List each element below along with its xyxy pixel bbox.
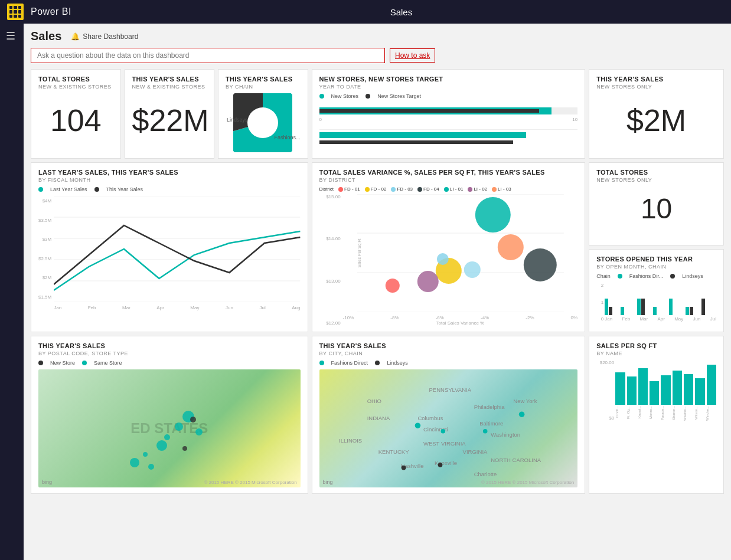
card-total-stores[interactable]: Total Stores NEW & EXISTING STORES 104 bbox=[31, 69, 121, 159]
sqft-bars bbox=[615, 363, 716, 405]
postal-subtitle: BY POSTAL CODE, STORE TYPE bbox=[38, 351, 301, 356]
legend-dot-fashions bbox=[618, 274, 622, 279]
district-legend-label: District bbox=[319, 186, 334, 192]
bar-may bbox=[669, 299, 684, 315]
card-this-year-sales-new[interactable]: This Year's Sales NEW STORES ONLY $2M bbox=[589, 69, 724, 159]
sqft-chart-wrapper: $20.00 $0 bbox=[596, 360, 716, 421]
card-this-year-city[interactable]: This Year's Sales BY CITY, CHAIN Fashion… bbox=[312, 336, 586, 494]
bar-jun bbox=[686, 307, 700, 315]
city-title: This Year's Sales bbox=[319, 342, 578, 349]
hbar-fill-target-1 bbox=[319, 109, 539, 113]
city-map: OHIO PENNSYLVANIA New York INDIANA Colum… bbox=[319, 369, 578, 487]
opened-x-axis: Jan Feb Mar Apr May Jun Jul bbox=[605, 316, 716, 322]
legend-dot-last-year bbox=[38, 187, 43, 192]
this-year-sales-chain-title: This Year's Sales bbox=[226, 76, 301, 83]
hbar-axis: 0 10 bbox=[319, 117, 578, 122]
card-sales-sqft[interactable]: Sales Per Sq Ft BY NAME $20.00 $0 bbox=[589, 336, 724, 494]
total-stores-title: Total Stores bbox=[38, 76, 113, 83]
map-dot-5 bbox=[143, 452, 148, 457]
opened-bars bbox=[605, 283, 716, 315]
x-minus8: -8% bbox=[390, 315, 399, 320]
sqft-x-9: Winche... bbox=[706, 406, 716, 421]
district-li03: LI - 03 bbox=[492, 186, 511, 192]
svg-text:Philadelphia: Philadelphia bbox=[474, 404, 505, 410]
svg-text:Sales Per Sq Ft: Sales Per Sq Ft bbox=[357, 238, 361, 267]
city-copyright: © 2015 HERE © 2015 Microsoft Corporation bbox=[481, 480, 574, 485]
svg-point-20 bbox=[497, 234, 523, 260]
svg-text:Columbus: Columbus bbox=[417, 415, 443, 421]
postal-copyright: © 2015 HERE © 2015 Microsoft Corporation bbox=[204, 480, 296, 485]
svg-text:WEST VIRGINIA: WEST VIRGINIA bbox=[423, 440, 466, 447]
pie-chart-container: Lindseys Fashions... bbox=[226, 93, 301, 152]
card-this-year-sales-chain[interactable]: This Year's Sales BY CHAIN Lindseys Fash… bbox=[218, 69, 308, 159]
last-year-sales-title: Last Year's Sales, This Year's Sales bbox=[38, 169, 301, 176]
card-total-variance[interactable]: Total Sales Variance %, Sales Per Sq Ft,… bbox=[312, 162, 586, 332]
new-stores-legend: New Stores New Stores Target bbox=[319, 93, 578, 99]
svg-text:ILLINOIS: ILLINOIS bbox=[339, 437, 362, 444]
card-total-stores-new[interactable]: Total Stores NEW STORES ONLY 10 bbox=[589, 162, 724, 245]
card-this-year-sales-ne[interactable]: This Year's Sales NEW & EXISTING STORES … bbox=[125, 69, 215, 159]
this-year-sales-chain-subtitle: BY CHAIN bbox=[226, 84, 301, 90]
sqft-bar-3 bbox=[638, 368, 648, 405]
x-minus2: -2% bbox=[526, 315, 534, 320]
card-stores-opened[interactable]: Stores Opened This Year BY OPEN MONTH, C… bbox=[589, 249, 724, 332]
line-chart-wrapper: $4M $3.5M $3M $2.5M $2M $1.5M bbox=[38, 196, 301, 310]
y-label-25m: $2.5M bbox=[38, 256, 51, 261]
card-this-year-postal[interactable]: This Year's Sales BY POSTAL CODE, STORE … bbox=[31, 336, 308, 494]
city-legend-lindseys: Lindseys bbox=[387, 360, 408, 366]
sqft-y-axis: $20.00 $0 bbox=[596, 360, 614, 421]
bar-jul bbox=[701, 299, 716, 315]
pie-chart bbox=[233, 93, 292, 152]
city-legend-lindseys-dot bbox=[375, 361, 380, 365]
postal-map: ED STATES bing © 2015 HERE © 2015 Micros… bbox=[38, 369, 301, 487]
chain-label: Chain bbox=[596, 273, 611, 279]
bar-jan bbox=[605, 299, 619, 315]
district-fd03: FD - 03 bbox=[391, 186, 413, 192]
svg-point-2 bbox=[247, 107, 278, 138]
svg-point-21 bbox=[464, 261, 480, 278]
new-stores-bars: 0 10 bbox=[319, 103, 578, 127]
svg-text:OHIO: OHIO bbox=[367, 398, 381, 404]
card-new-stores-target[interactable]: New Stores, New Stores Target YEAR TO DA… bbox=[312, 69, 586, 159]
sqft-bar-5 bbox=[661, 375, 670, 405]
scatter-plot-area: Sales Per Sq Ft bbox=[343, 194, 578, 326]
sqft-x-axis: Cinch... Ft. Og... Knowl... Monro... Par… bbox=[615, 406, 716, 421]
sqft-title: Sales Per Sq Ft bbox=[596, 342, 716, 349]
y-label-2m: $2M bbox=[38, 275, 51, 280]
y-label-35m: $3.5M bbox=[38, 218, 51, 223]
dashboard-grid: Total Stores NEW & EXISTING STORES 104 T… bbox=[31, 69, 724, 494]
sqft-x-3: Knowl... bbox=[638, 406, 648, 421]
x-minus10: -10% bbox=[343, 315, 354, 320]
stores-opened-chart-wrapper: 2 1 0 bbox=[596, 283, 716, 322]
svg-point-41 bbox=[438, 463, 442, 467]
x-apr: Apr bbox=[156, 305, 164, 310]
legend-label-last-year: Last Year Sales bbox=[50, 186, 87, 192]
sidebar-toggle[interactable]: ☰ bbox=[0, 24, 24, 48]
city-bing-logo: bing bbox=[323, 479, 333, 485]
card-last-year-sales[interactable]: Last Year's Sales, This Year's Sales BY … bbox=[31, 162, 308, 332]
district-fd04: FD - 04 bbox=[417, 186, 439, 192]
x-feb-opened: Feb bbox=[622, 316, 630, 322]
stores-opened-subtitle: BY OPEN MONTH, CHAIN bbox=[596, 264, 716, 270]
bar-jun-fashions bbox=[686, 307, 689, 315]
sqft-bar-8 bbox=[695, 378, 704, 405]
y-2: 2 bbox=[596, 283, 603, 288]
stores-opened-title: Stores Opened This Year bbox=[596, 256, 716, 263]
svg-text:Knoxville: Knoxville bbox=[435, 460, 457, 466]
sqft-bar-2 bbox=[627, 376, 637, 405]
qa-input[interactable] bbox=[31, 48, 385, 63]
postal-legend-new-dot bbox=[38, 361, 43, 365]
bar-may-fashions bbox=[669, 299, 673, 315]
share-dashboard-button[interactable]: 🔔 Share Dashboard bbox=[71, 32, 138, 41]
this-year-sales-ne-title: This Year's Sales bbox=[132, 76, 207, 83]
svg-point-18 bbox=[523, 248, 556, 281]
map-dot-2 bbox=[175, 423, 183, 431]
x-minus4: -4% bbox=[481, 315, 489, 320]
total-stores-new-title: Total Stores bbox=[596, 169, 716, 176]
svg-text:KENTUCKY: KENTUCKY bbox=[378, 448, 409, 455]
svg-point-19 bbox=[417, 271, 438, 292]
bar-jan-fashions bbox=[605, 299, 608, 315]
this-year-new-subtitle: NEW STORES ONLY bbox=[596, 84, 716, 90]
y-1300: $13.00 bbox=[319, 279, 341, 284]
how-to-ask-link[interactable]: How to ask bbox=[390, 48, 435, 63]
